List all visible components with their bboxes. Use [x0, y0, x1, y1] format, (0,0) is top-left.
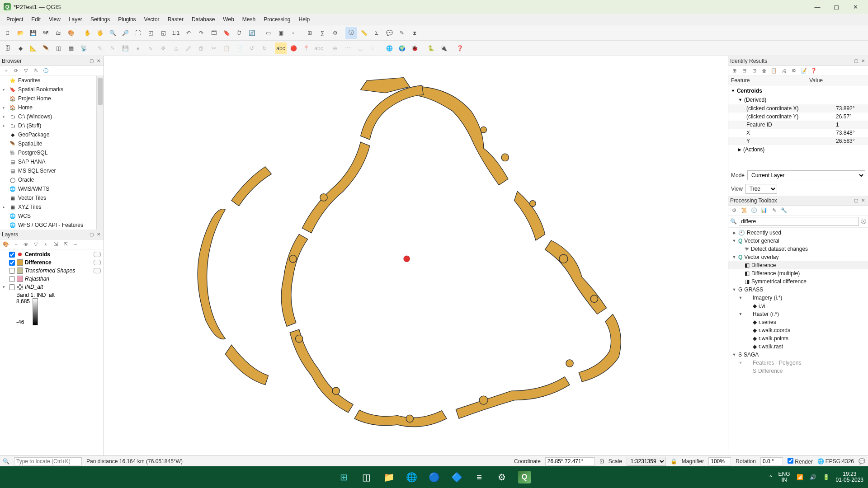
measure-icon[interactable]: 📏 — [358, 27, 370, 39]
annotation-icon[interactable]: ✎ — [396, 27, 408, 39]
browser-undock-icon[interactable]: ▢ — [88, 58, 94, 64]
zoom-last-icon[interactable]: ↶ — [183, 27, 194, 39]
identify-close-icon[interactable]: ✕ — [860, 58, 866, 64]
magnifier-input[interactable] — [708, 457, 731, 465]
delete-selected-icon[interactable]: 🗑 — [195, 42, 207, 54]
extents-icon[interactable]: ⊡ — [599, 458, 604, 465]
tray-chevron-icon[interactable]: ^ — [769, 474, 772, 480]
toolbox-item[interactable]: ✳Detect dataset changes — [728, 245, 868, 253]
toolbox-item[interactable]: ▼GGRASS — [728, 286, 868, 294]
identify-undock-icon[interactable]: ▢ — [853, 58, 859, 64]
rotation-input[interactable] — [760, 457, 783, 465]
label-toolbar-icon[interactable]: abc — [275, 42, 287, 54]
render-checkbox-label[interactable]: Render — [788, 458, 813, 465]
toolbox-item[interactable]: ▼SSAGA — [728, 351, 868, 359]
menu-mesh[interactable]: Mesh — [239, 15, 259, 24]
toolbox-item[interactable]: ◧Difference (multiple) — [728, 269, 868, 277]
toolbox-item[interactable]: ▼Raster (r.*) — [728, 310, 868, 318]
layer-row[interactable]: ▾IND_alt — [0, 283, 104, 291]
zoom-in-icon[interactable]: 🔍 — [107, 27, 118, 39]
menu-raster[interactable]: Raster — [164, 15, 187, 24]
manage-themes-icon[interactable]: 👁 — [22, 240, 30, 249]
toolbox-item[interactable]: ◆r.walk.rast — [728, 343, 868, 351]
toolbox-close-icon[interactable]: ✕ — [860, 197, 866, 204]
toolbox-tree[interactable]: ▶🕘Recently used▼QVector general✳Detect d… — [728, 228, 868, 455]
expand-all-icon[interactable]: ⇲ — [52, 240, 60, 249]
map-canvas[interactable] — [104, 56, 728, 455]
script-icon[interactable]: 📜 — [740, 206, 748, 215]
cut-features-icon[interactable]: ✂ — [208, 42, 220, 54]
clear-search-icon[interactable]: ⓧ — [861, 218, 866, 225]
steam-icon[interactable]: ⚙ — [493, 468, 511, 486]
toggle-editing-icon[interactable]: ✎ — [107, 42, 118, 54]
menu-vector[interactable]: Vector — [141, 15, 163, 24]
add-group-icon[interactable]: ＋ — [12, 240, 20, 249]
metasearch-icon[interactable]: 🌐 — [383, 42, 395, 54]
identify-settings-icon[interactable]: ⚙ — [790, 67, 798, 75]
new-gps-icon[interactable]: 📡 — [78, 42, 90, 54]
pan-to-selection-icon[interactable]: 🖐 — [94, 27, 106, 39]
lock-scale-icon[interactable]: 🔒 — [670, 458, 677, 465]
toolbox-item[interactable]: SDifference — [728, 367, 868, 375]
layout-manager-icon[interactable]: 🗂 — [52, 27, 64, 39]
toolbox-item[interactable]: ▼Features - Polygons — [728, 359, 868, 367]
locator-input[interactable] — [14, 457, 82, 465]
expand-tree-icon[interactable]: ⊞ — [730, 67, 738, 75]
identify-layer-row[interactable]: ▼Centroids — [728, 86, 868, 95]
browser-item[interactable]: 🏠Project Home — [0, 94, 96, 103]
menu-web[interactable]: Web — [219, 15, 237, 24]
toolbox-item[interactable]: ◆i.vi — [728, 302, 868, 310]
print-icon[interactable]: 🖨 — [780, 67, 788, 75]
menu-plugins[interactable]: Plugins — [114, 15, 139, 24]
browser-item[interactable]: ▸🔖Spatial Bookmarks — [0, 85, 96, 94]
redo-icon[interactable]: ↻ — [259, 42, 270, 54]
options-icon[interactable]: 🔧 — [780, 206, 788, 215]
messages-icon[interactable]: 💬 — [859, 458, 865, 465]
remove-layer-icon[interactable]: − — [71, 240, 80, 249]
menu-processing[interactable]: Processing — [260, 15, 294, 24]
task-view-icon[interactable]: ◫ — [357, 468, 375, 486]
menu-settings[interactable]: Settings — [87, 15, 113, 24]
deselect-icon[interactable]: ▫ — [288, 27, 299, 39]
layer-row[interactable]: Difference — [0, 258, 104, 267]
browser-item[interactable]: ▸🗀D:\ (Stuff) — [0, 121, 96, 130]
layer-styling-icon[interactable]: 🎨 — [2, 240, 10, 249]
file-explorer-icon[interactable]: 📁 — [380, 468, 398, 486]
vertex-tool-icon[interactable]: ◬ — [170, 42, 182, 54]
new-virtual-layer-icon[interactable]: ◫ — [52, 42, 64, 54]
new-print-layout-icon[interactable]: 🗺 — [40, 27, 52, 39]
browser-item[interactable]: ▸▦XYZ Tiles — [0, 202, 96, 211]
help-identify-icon[interactable]: ❓ — [810, 67, 818, 75]
edge-icon[interactable]: 🌐 — [402, 468, 420, 486]
toolbox-icon[interactable]: ⚙ — [329, 27, 341, 39]
topology-checker-icon[interactable]: 🐞 — [409, 42, 420, 54]
start-button[interactable]: ⊞ — [335, 468, 353, 486]
wifi-icon[interactable]: 📶 — [797, 474, 803, 480]
cad-icon[interactable]: ⟀ — [367, 42, 379, 54]
pin-labels-icon[interactable]: 📍 — [300, 42, 312, 54]
toolbox-item[interactable]: ◆r.walk.coords — [728, 326, 868, 334]
toolbox-item[interactable]: ◆r.series — [728, 318, 868, 326]
coordinate-input[interactable] — [545, 457, 595, 465]
field-calculator-icon[interactable]: ∑ — [316, 27, 328, 39]
menu-help[interactable]: Help — [295, 15, 314, 24]
new-project-icon[interactable]: 🗋 — [2, 27, 14, 39]
enable-tracing-icon[interactable]: ◡ — [354, 42, 366, 54]
layer-row[interactable]: Transformed Shapes — [0, 267, 104, 275]
maximize-button[interactable]: ▢ — [827, 1, 845, 13]
identify-actions-row[interactable]: ▶(Actions) — [728, 145, 868, 154]
toolbox-item[interactable]: ▼Imagery (i.*) — [728, 294, 868, 302]
georeferencer-icon[interactable]: 🌍 — [396, 42, 408, 54]
toolbox-undock-icon[interactable]: ▢ — [853, 197, 859, 204]
current-edits-icon[interactable]: ✎ — [94, 42, 106, 54]
new-map-view-icon[interactable]: 🗔 — [208, 27, 220, 39]
browser-item[interactable]: 🪶SpatiaLite — [0, 139, 96, 148]
minimize-button[interactable]: — — [808, 1, 826, 13]
toolbox-item[interactable]: ▶🕘Recently used — [728, 229, 868, 237]
move-feature-icon[interactable]: ✥ — [157, 42, 169, 54]
qgis-taskbar-icon[interactable]: Q — [515, 468, 533, 486]
save-edits-icon[interactable]: 💾 — [119, 42, 131, 54]
python-console-icon[interactable]: 🐍 — [425, 42, 437, 54]
browser-item[interactable]: ▸🏠Home — [0, 103, 96, 112]
snap-icon[interactable]: ⊕ — [329, 42, 341, 54]
